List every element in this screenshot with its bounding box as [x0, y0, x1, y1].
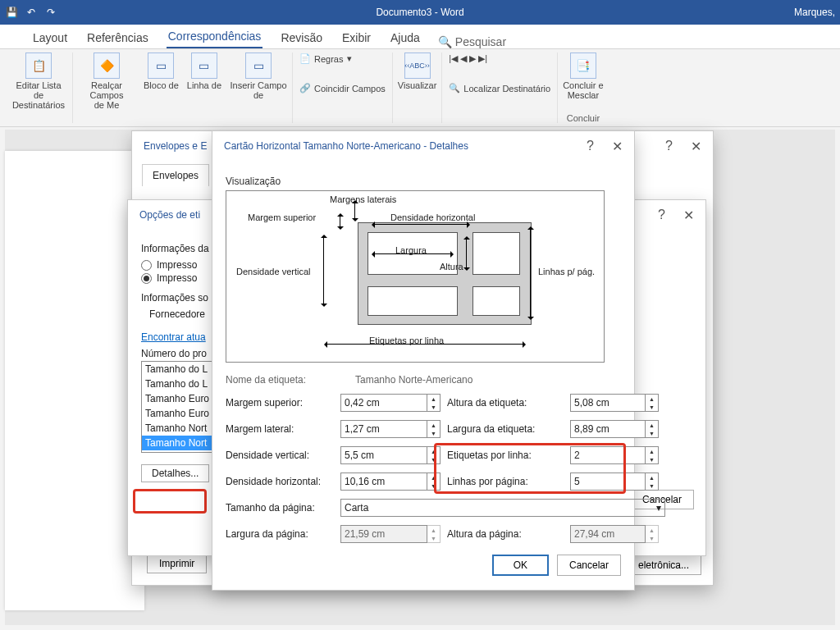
pv-margens-laterais: Margens laterais: [330, 194, 396, 204]
spinner-dens-vertical[interactable]: ▲▼: [427, 446, 441, 464]
ribbon-linha[interactable]: ▭Linha de: [187, 52, 221, 110]
list-item-selected[interactable]: Tamanho Nort: [142, 436, 218, 450]
spinner-altura-pagina: ▲▼: [646, 525, 659, 543]
input-largura-pagina: 21,59 cm: [340, 525, 427, 543]
dialog-detalhes: Cartão Horizontal Tamanho Norte-American…: [212, 130, 635, 591]
ribbon-tabs: Layout Referências Correspondências Revi…: [0, 25, 840, 49]
list-item[interactable]: Tamanho Euro: [142, 391, 218, 406]
input-largura-etiqueta[interactable]: 8,89 cm: [570, 420, 646, 438]
spinner-largura-pagina: ▲▼: [427, 525, 441, 543]
save-icon[interactable]: 💾: [5, 6, 18, 19]
nav-icons: |◀ ◀ ▶ ▶|: [449, 53, 487, 64]
tab-correspondencias[interactable]: Correspondências: [167, 26, 263, 48]
list-item[interactable]: Tamanho do L: [142, 362, 218, 377]
chevron-down-icon: ▾: [656, 502, 661, 514]
dlg-env-title: Envelopes e E: [144, 140, 207, 152]
ribbon-inserir[interactable]: ▭Inserir Campo de: [230, 52, 287, 110]
input-dens-horizontal[interactable]: 10,16 cm: [340, 472, 427, 491]
input-linhas-por-pagina[interactable]: 5: [570, 472, 646, 491]
help-icon[interactable]: ?: [587, 139, 594, 154]
dlg-opt-title: Opções de eti: [139, 209, 200, 221]
help-icon[interactable]: ?: [665, 139, 673, 154]
spinner-altura-etiqueta[interactable]: ▲▼: [646, 394, 659, 412]
spinner-dens-horizontal[interactable]: ▲▼: [427, 472, 441, 491]
label-altura-etiqueta: Altura da etiqueta:: [447, 397, 570, 409]
radio-icon: [141, 273, 152, 284]
list-item[interactable]: Tamanho Euro: [142, 406, 218, 421]
finish-icon: 📑: [570, 52, 596, 79]
tab-revisao[interactable]: Revisão: [279, 28, 324, 48]
ribbon-concluir-label: Concluir e Mesclar: [563, 80, 604, 100]
label-nome-etiqueta: Nome da etiqueta:: [226, 374, 340, 386]
btn-eletronica[interactable]: eletrônica...: [626, 555, 701, 575]
user-name[interactable]: Marques,: [794, 7, 835, 18]
spinner-margem-superior[interactable]: ▲▼: [427, 394, 441, 412]
ribbon-localizar[interactable]: 🔍Localizar Destinatário: [447, 82, 552, 94]
search-icon: 🔍: [438, 35, 452, 48]
ribbon: 📋 Editar Lista de Destinatários 🔶Realçar…: [0, 49, 840, 127]
document-page: [5, 151, 144, 610]
close-icon[interactable]: ✕: [691, 139, 701, 154]
redo-icon[interactable]: ↷: [44, 6, 57, 19]
input-margem-lateral[interactable]: 1,27 cm: [340, 420, 427, 438]
input-altura-etiqueta[interactable]: 5,08 cm: [570, 394, 646, 412]
link-encontrar[interactable]: Encontrar atua: [141, 331, 206, 343]
block-icon: ▭: [148, 52, 174, 79]
spinner-margem-lateral[interactable]: ▲▼: [427, 420, 441, 438]
ribbon-bloco-label: Bloco de: [144, 80, 179, 90]
ribbon-realcar[interactable]: 🔶Realçar Campos de Me: [78, 52, 135, 110]
line-icon: ▭: [191, 52, 217, 79]
input-dens-vertical[interactable]: 5,5 cm: [340, 446, 427, 464]
ribbon-coincidir[interactable]: 🔗Coincidir Campos: [298, 82, 387, 94]
pv-margem-superior: Margem superior: [248, 212, 316, 222]
abc-icon: ‹‹ABC››: [404, 52, 431, 79]
label-linhas-por-pagina: Linhas por página:: [447, 476, 570, 487]
btn-imprimir[interactable]: Imprimir: [147, 554, 207, 573]
insert-field-icon: ▭: [245, 52, 272, 79]
spinner-linhas-por-pagina[interactable]: ▲▼: [646, 472, 659, 491]
tab-layout[interactable]: Layout: [31, 28, 69, 48]
listbox-tamanhos[interactable]: Tamanho do L Tamanho do L Tamanho Euro T…: [141, 361, 219, 453]
search-box[interactable]: 🔍 Pesquisar: [438, 35, 506, 48]
help-icon[interactable]: ?: [658, 208, 665, 223]
close-icon[interactable]: ✕: [683, 208, 694, 223]
input-margem-superior[interactable]: 0,42 cm: [340, 394, 427, 412]
tab-exibir[interactable]: Exibir: [340, 28, 372, 48]
ribbon-bloco[interactable]: ▭Bloco de: [144, 52, 179, 110]
ribbon-editar-label: Editar Lista de Destinatários: [10, 80, 67, 110]
spinner-etiq-por-linha[interactable]: ▲▼: [646, 446, 659, 464]
tab-referencias[interactable]: Referências: [85, 28, 150, 48]
ribbon-inserir-label: Inserir Campo de: [230, 80, 287, 100]
undo-icon[interactable]: ↶: [25, 6, 38, 19]
preview-diagram: Margens laterais Margem superior Densida…: [226, 190, 605, 363]
combo-tamanho-pagina[interactable]: Carta▾: [340, 499, 665, 517]
btn-detalhes[interactable]: Detalhes...: [141, 464, 209, 482]
list-item[interactable]: Tamanho do L: [142, 377, 218, 391]
tab-ajuda[interactable]: Ajuda: [389, 28, 422, 48]
label-etiq-por-linha: Etiquetas por linha:: [447, 450, 570, 461]
input-etiq-por-linha[interactable]: 2: [570, 446, 646, 464]
btn-cancelar-det[interactable]: Cancelar: [557, 555, 621, 576]
spinner-largura-etiqueta[interactable]: ▲▼: [646, 420, 659, 438]
list-item[interactable]: Tamanho Nort: [142, 421, 218, 436]
label-tamanho-pagina: Tamanho da página:: [226, 502, 340, 514]
pv-dens-horizontal: Densidade horizontal: [390, 212, 475, 222]
tab-envelopes[interactable]: Envelopes: [142, 164, 209, 186]
ribbon-concluir[interactable]: 📑 Concluir e Mesclar: [563, 52, 604, 100]
label-largura-pagina: Largura da página:: [226, 528, 340, 540]
ribbon-visualizar[interactable]: ‹‹ABC›› Visualizar: [398, 52, 437, 90]
document-title: Documento3 - Word: [376, 7, 463, 18]
pv-dens-vertical: Densidade vertical: [236, 267, 311, 276]
ribbon-nav[interactable]: |◀ ◀ ▶ ▶|: [447, 52, 552, 65]
highlight-detalhes: [133, 489, 207, 514]
btn-ok[interactable]: OK: [492, 555, 549, 576]
close-icon[interactable]: ✕: [612, 139, 623, 154]
pv-altura: Altura: [440, 262, 463, 272]
label-visualizacao: Visualização: [226, 176, 621, 187]
input-altura-pagina: 27,94 cm: [570, 525, 646, 543]
ribbon-visualizar-label: Visualizar: [398, 80, 437, 90]
ribbon-regras[interactable]: 📄Regras ▾: [298, 52, 387, 65]
label-margem-lateral: Margem lateral:: [226, 423, 340, 435]
ribbon-editar-lista[interactable]: 📋 Editar Lista de Destinatários: [10, 52, 67, 110]
label-dens-horizontal: Densidade horizontal:: [226, 476, 340, 487]
